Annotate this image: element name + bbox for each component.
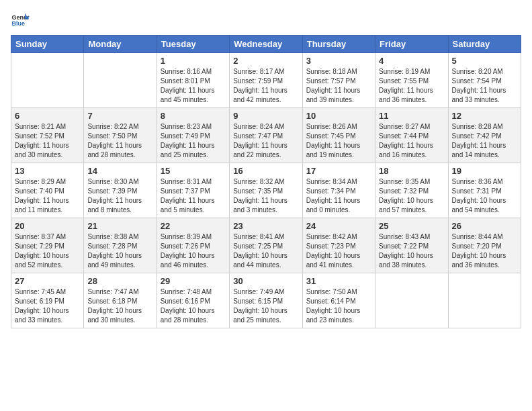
day-number: 23 [233, 221, 298, 231]
day-header-sunday: Sunday [11, 36, 84, 53]
calendar-table: SundayMondayTuesdayWednesdayThursdayFrid… [11, 35, 521, 328]
day-info: Sunrise: 8:24 AM Sunset: 7:47 PM Dayligh… [233, 122, 298, 160]
day-header-wednesday: Wednesday [230, 36, 302, 53]
calendar-cell: 10Sunrise: 8:26 AM Sunset: 7:45 PM Dayli… [302, 108, 375, 163]
calendar-cell: 25Sunrise: 8:43 AM Sunset: 7:22 PM Dayli… [375, 218, 448, 273]
day-info: Sunrise: 8:27 AM Sunset: 7:44 PM Dayligh… [379, 122, 444, 160]
day-header-saturday: Saturday [448, 36, 521, 53]
day-info: Sunrise: 8:18 AM Sunset: 7:57 PM Dayligh… [306, 67, 371, 105]
day-header-tuesday: Tuesday [157, 36, 229, 53]
day-number: 10 [306, 111, 371, 121]
day-info: Sunrise: 8:26 AM Sunset: 7:45 PM Dayligh… [306, 122, 371, 160]
calendar-cell: 1Sunrise: 8:16 AM Sunset: 8:01 PM Daylig… [157, 53, 229, 108]
day-header-monday: Monday [84, 36, 157, 53]
day-info: Sunrise: 8:32 AM Sunset: 7:35 PM Dayligh… [233, 177, 298, 215]
day-info: Sunrise: 7:49 AM Sunset: 6:15 PM Dayligh… [233, 287, 298, 325]
day-info: Sunrise: 8:43 AM Sunset: 7:22 PM Dayligh… [379, 232, 444, 270]
calendar-cell: 28Sunrise: 7:47 AM Sunset: 6:18 PM Dayli… [84, 273, 157, 328]
day-number: 13 [15, 166, 80, 176]
calendar-cell: 21Sunrise: 8:38 AM Sunset: 7:28 PM Dayli… [84, 218, 157, 273]
day-number: 15 [161, 166, 226, 176]
day-number: 25 [379, 221, 444, 231]
day-number: 2 [233, 56, 298, 66]
day-info: Sunrise: 8:29 AM Sunset: 7:40 PM Dayligh… [15, 177, 80, 215]
calendar-cell: 2Sunrise: 8:17 AM Sunset: 7:59 PM Daylig… [230, 53, 302, 108]
week-row-2: 6Sunrise: 8:21 AM Sunset: 7:52 PM Daylig… [11, 108, 521, 163]
calendar-cell: 14Sunrise: 8:30 AM Sunset: 7:39 PM Dayli… [84, 163, 157, 218]
day-info: Sunrise: 8:19 AM Sunset: 7:55 PM Dayligh… [379, 67, 444, 105]
day-number: 30 [233, 276, 298, 286]
day-info: Sunrise: 8:35 AM Sunset: 7:32 PM Dayligh… [379, 177, 444, 215]
day-number: 29 [161, 276, 226, 286]
day-info: Sunrise: 7:50 AM Sunset: 6:14 PM Dayligh… [306, 287, 371, 325]
logo-icon: General Blue [11, 11, 30, 30]
day-number: 12 [452, 111, 517, 121]
calendar-cell: 12Sunrise: 8:28 AM Sunset: 7:42 PM Dayli… [448, 108, 521, 163]
calendar-cell [84, 53, 157, 108]
day-number: 28 [87, 276, 152, 286]
day-header-friday: Friday [375, 36, 448, 53]
day-number: 26 [452, 221, 517, 231]
calendar-cell: 16Sunrise: 8:32 AM Sunset: 7:35 PM Dayli… [230, 163, 302, 218]
day-info: Sunrise: 8:34 AM Sunset: 7:34 PM Dayligh… [306, 177, 371, 215]
day-info: Sunrise: 8:36 AM Sunset: 7:31 PM Dayligh… [452, 177, 517, 215]
day-info: Sunrise: 8:37 AM Sunset: 7:29 PM Dayligh… [15, 232, 80, 270]
page-header: General Blue [11, 11, 521, 30]
day-info: Sunrise: 8:39 AM Sunset: 7:26 PM Dayligh… [161, 232, 226, 270]
week-row-5: 27Sunrise: 7:45 AM Sunset: 6:19 PM Dayli… [11, 273, 521, 328]
calendar-cell: 8Sunrise: 8:23 AM Sunset: 7:49 PM Daylig… [157, 108, 229, 163]
day-number: 17 [306, 166, 371, 176]
calendar-cell: 17Sunrise: 8:34 AM Sunset: 7:34 PM Dayli… [302, 163, 375, 218]
day-number: 24 [306, 221, 371, 231]
day-info: Sunrise: 7:45 AM Sunset: 6:19 PM Dayligh… [15, 287, 80, 325]
week-row-4: 20Sunrise: 8:37 AM Sunset: 7:29 PM Dayli… [11, 218, 521, 273]
calendar-cell: 5Sunrise: 8:20 AM Sunset: 7:54 PM Daylig… [448, 53, 521, 108]
day-info: Sunrise: 8:17 AM Sunset: 7:59 PM Dayligh… [233, 67, 298, 105]
calendar-cell: 30Sunrise: 7:49 AM Sunset: 6:15 PM Dayli… [230, 273, 302, 328]
day-info: Sunrise: 8:41 AM Sunset: 7:25 PM Dayligh… [233, 232, 298, 270]
day-info: Sunrise: 8:30 AM Sunset: 7:39 PM Dayligh… [87, 177, 152, 215]
day-info: Sunrise: 8:28 AM Sunset: 7:42 PM Dayligh… [452, 122, 517, 160]
svg-text:Blue: Blue [11, 20, 25, 27]
day-number: 21 [87, 221, 152, 231]
day-number: 5 [452, 56, 517, 66]
day-info: Sunrise: 8:23 AM Sunset: 7:49 PM Dayligh… [161, 122, 226, 160]
calendar-cell: 7Sunrise: 8:22 AM Sunset: 7:50 PM Daylig… [84, 108, 157, 163]
day-number: 31 [306, 276, 371, 286]
day-number: 9 [233, 111, 298, 121]
calendar-cell [11, 53, 84, 108]
day-header-thursday: Thursday [302, 36, 375, 53]
calendar-cell: 4Sunrise: 8:19 AM Sunset: 7:55 PM Daylig… [375, 53, 448, 108]
calendar-cell [375, 273, 448, 328]
day-number: 22 [161, 221, 226, 231]
calendar-cell: 6Sunrise: 8:21 AM Sunset: 7:52 PM Daylig… [11, 108, 84, 163]
calendar-cell: 23Sunrise: 8:41 AM Sunset: 7:25 PM Dayli… [230, 218, 302, 273]
day-number: 11 [379, 111, 444, 121]
days-header-row: SundayMondayTuesdayWednesdayThursdayFrid… [11, 36, 521, 53]
day-number: 16 [233, 166, 298, 176]
calendar-cell: 22Sunrise: 8:39 AM Sunset: 7:26 PM Dayli… [157, 218, 229, 273]
week-row-3: 13Sunrise: 8:29 AM Sunset: 7:40 PM Dayli… [11, 163, 521, 218]
day-info: Sunrise: 7:48 AM Sunset: 6:16 PM Dayligh… [161, 287, 226, 325]
calendar-cell: 19Sunrise: 8:36 AM Sunset: 7:31 PM Dayli… [448, 163, 521, 218]
day-number: 19 [452, 166, 517, 176]
calendar-cell: 20Sunrise: 8:37 AM Sunset: 7:29 PM Dayli… [11, 218, 84, 273]
day-info: Sunrise: 8:42 AM Sunset: 7:23 PM Dayligh… [306, 232, 371, 270]
day-info: Sunrise: 8:16 AM Sunset: 8:01 PM Dayligh… [161, 67, 226, 105]
calendar-cell: 29Sunrise: 7:48 AM Sunset: 6:16 PM Dayli… [157, 273, 229, 328]
calendar-cell: 18Sunrise: 8:35 AM Sunset: 7:32 PM Dayli… [375, 163, 448, 218]
day-number: 8 [161, 111, 226, 121]
day-info: Sunrise: 8:31 AM Sunset: 7:37 PM Dayligh… [161, 177, 226, 215]
day-info: Sunrise: 8:38 AM Sunset: 7:28 PM Dayligh… [87, 232, 152, 270]
day-number: 3 [306, 56, 371, 66]
calendar-cell: 3Sunrise: 8:18 AM Sunset: 7:57 PM Daylig… [302, 53, 375, 108]
calendar-cell: 13Sunrise: 8:29 AM Sunset: 7:40 PM Dayli… [11, 163, 84, 218]
day-info: Sunrise: 8:21 AM Sunset: 7:52 PM Dayligh… [15, 122, 80, 160]
calendar-cell: 11Sunrise: 8:27 AM Sunset: 7:44 PM Dayli… [375, 108, 448, 163]
calendar-cell: 31Sunrise: 7:50 AM Sunset: 6:14 PM Dayli… [302, 273, 375, 328]
calendar-cell: 24Sunrise: 8:42 AM Sunset: 7:23 PM Dayli… [302, 218, 375, 273]
day-number: 6 [15, 111, 80, 121]
calendar-cell: 9Sunrise: 8:24 AM Sunset: 7:47 PM Daylig… [230, 108, 302, 163]
calendar-cell [448, 273, 521, 328]
day-number: 18 [379, 166, 444, 176]
